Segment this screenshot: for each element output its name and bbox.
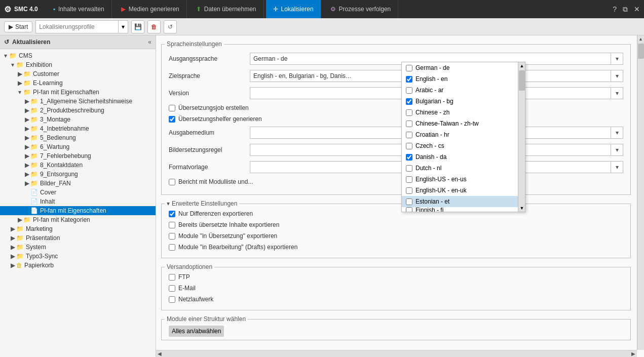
dropdown-item-czech[interactable]: Czech - cs: [402, 140, 518, 151]
tree-node-montage[interactable]: ▶ 📁 3_Montage: [0, 115, 156, 124]
tree-node-inhalt[interactable]: 📄 Inhalt: [0, 197, 156, 206]
dutch-checkbox[interactable]: [406, 165, 412, 172]
tree-node-bilder[interactable]: ▶ 📁 Bilder_FAN: [0, 179, 156, 188]
restore-icon[interactable]: ⧉: [623, 5, 628, 14]
chinese-tw-checkbox[interactable]: [406, 121, 412, 127]
help-icon[interactable]: ?: [613, 5, 617, 14]
tree-node-entsorgung[interactable]: ▶ 📁 9_Entsorgung: [0, 170, 156, 179]
montage-toggle[interactable]: ▶: [23, 116, 30, 123]
version-arrow[interactable]: ▾: [611, 87, 623, 99]
bedienung-toggle[interactable]: ▶: [23, 134, 30, 141]
fehlerbehebung-toggle[interactable]: ▶: [23, 152, 30, 160]
tab-daten[interactable]: ⬆ Daten übernehmen: [189, 0, 264, 18]
vertical-scrollbar[interactable]: ▲: [637, 35, 644, 350]
dropdown-item-english[interactable]: English - en: [402, 73, 518, 85]
dropdown-scroll-area[interactable]: German - de English - en Arabic - ar Bul…: [402, 62, 525, 212]
elearning-toggle[interactable]: ▶: [16, 80, 23, 87]
system-toggle[interactable]: ▶: [9, 244, 16, 251]
bericht-checkbox[interactable]: [169, 179, 175, 185]
english-uk-checkbox[interactable]: [406, 187, 412, 194]
tree-node-produkt[interactable]: ▶ 📁 2_Produktbeschreibung: [0, 106, 156, 115]
typo3-toggle[interactable]: ▶: [9, 253, 16, 260]
sidebar-collapse-icon[interactable]: «: [148, 38, 151, 46]
scroll-left-arrow[interactable]: ◀: [156, 350, 163, 358]
ausgabemedium-arrow[interactable]: ▾: [611, 127, 623, 139]
marketing-toggle[interactable]: ▶: [9, 225, 16, 232]
dropdown-item-finnish[interactable]: Finnish - fi: [402, 207, 518, 212]
dropdown-item-chinese-tw[interactable]: Chinese-Taiwan - zh-tw: [402, 118, 518, 129]
start-button[interactable]: ▶ Start: [4, 21, 32, 32]
dropdown-scrollbar[interactable]: ▲ ▼: [518, 62, 525, 212]
tree-node-inbetriebnahme[interactable]: ▶ 📁 4_Inbetriebnahme: [0, 124, 156, 133]
cms-toggle[interactable]: ▾: [2, 52, 9, 59]
bilder-toggle[interactable]: ▶: [23, 180, 30, 187]
close-icon[interactable]: ✕: [634, 5, 640, 14]
ausgangssprache-arrow[interactable]: ▾: [611, 53, 623, 65]
tree-node-bedienung[interactable]: ▶ 📁 5_Bedienung: [0, 133, 156, 142]
uebersetzungsjob-checkbox[interactable]: [169, 105, 175, 111]
entsorgung-toggle[interactable]: ▶: [23, 171, 30, 178]
tree-node-allgemein[interactable]: ▶ 📁 1_Allgemeine Sicherheitshinweise: [0, 97, 156, 106]
zielsprache-arrow[interactable]: ▾: [611, 70, 623, 82]
czech-checkbox[interactable]: [406, 143, 412, 149]
scroll-up-arrow[interactable]: ▲: [637, 35, 645, 43]
netzlaufwerk-checkbox[interactable]: [169, 296, 175, 303]
inbetriebnahme-toggle[interactable]: ▶: [23, 125, 30, 132]
formatvorlage-arrow[interactable]: ▾: [611, 161, 623, 173]
tree-node-papierkorb[interactable]: ▶ 🗑 Papierkorb: [0, 261, 156, 270]
chinese-checkbox[interactable]: [406, 109, 412, 116]
tab-lokalisieren[interactable]: ✛ Lokalisieren: [266, 0, 321, 18]
dropdown-scroll-down[interactable]: ▼: [518, 205, 525, 212]
bulgarian-checkbox[interactable]: [406, 98, 412, 105]
english-checkbox[interactable]: [406, 76, 412, 83]
customer-toggle[interactable]: ▶: [16, 70, 23, 77]
tab-medien[interactable]: ▶ Medien generieren: [114, 0, 187, 18]
tree-node-system[interactable]: ▶ 📁 System: [0, 243, 156, 252]
kontaktdaten-toggle[interactable]: ▶: [23, 162, 30, 169]
dropdown-item-estonian[interactable]: Estonian - et: [402, 196, 518, 207]
email-checkbox[interactable]: [169, 285, 175, 292]
tree-node-marketing[interactable]: ▶ 📁 Marketing: [0, 224, 156, 233]
uebersetzungshelfer-checkbox[interactable]: [169, 116, 175, 123]
tab-inhalte[interactable]: ▪ Inhalte verwalten: [46, 0, 112, 18]
module-uebersetzung-checkbox[interactable]: [169, 233, 175, 240]
dropdown-item-arabic[interactable]: Arabic - ar: [402, 85, 518, 96]
dropdown-item-chinese[interactable]: Chinese - zh: [402, 107, 518, 118]
tree-node-pifan-selected[interactable]: 📄 PI-fan mit Eigenschaften: [0, 206, 156, 215]
tab-prozesse[interactable]: ⚙ Prozesse verfolgen: [323, 0, 399, 18]
refresh-button[interactable]: ↺: [164, 20, 177, 33]
pifan-toggle[interactable]: ▾: [16, 89, 23, 96]
dropdown-item-bulgarian[interactable]: Bulgarian - bg: [402, 96, 518, 107]
english-us-checkbox[interactable]: [406, 176, 412, 183]
produkt-toggle[interactable]: ▶: [23, 107, 30, 114]
delete-button[interactable]: 🗑: [147, 20, 161, 33]
ftp-checkbox[interactable]: [169, 274, 175, 281]
nur-differenzen-checkbox[interactable]: [169, 211, 175, 217]
dropdown-item-english-us[interactable]: English-US - en-us: [402, 174, 518, 185]
tree-node-elearning[interactable]: ▶ 📁 E-Learning: [0, 78, 156, 88]
alles-button[interactable]: Alles an/abwählen: [169, 326, 224, 337]
tree-node-wartung[interactable]: ▶ 📁 6_Wartung: [0, 142, 156, 151]
save-button[interactable]: 💾: [131, 20, 144, 33]
tree-node-cms[interactable]: ▾ 📁 CMS: [0, 51, 156, 60]
estonian-checkbox[interactable]: [406, 199, 412, 205]
bereits-uebersetzt-checkbox[interactable]: [169, 222, 175, 228]
bildersetzungsregel-arrow[interactable]: ▾: [611, 144, 623, 156]
papierkorb-toggle[interactable]: ▶: [9, 262, 16, 269]
tree-node-kontaktdaten[interactable]: ▶ 📁 8_Kontaktdaten: [0, 161, 156, 170]
tree-node-pifan[interactable]: ▾ 📁 PI-fan mit Eigenschaften: [0, 88, 156, 97]
arabic-checkbox[interactable]: [406, 87, 412, 94]
scroll-thumb[interactable]: [638, 44, 644, 59]
tree-node-cover[interactable]: 📄 Cover: [0, 188, 156, 197]
tree-node-typo3[interactable]: ▶ 📁 Typo3-Sync: [0, 252, 156, 261]
profile-input[interactable]: [35, 20, 118, 33]
dropdown-item-danish[interactable]: Danish - da: [402, 151, 518, 163]
tree-node-praesentation[interactable]: ▶ 📁 Präsentation: [0, 233, 156, 243]
dropdown-item-german[interactable]: German - de: [402, 62, 518, 73]
scroll-right-arrow[interactable]: ▶: [630, 350, 637, 358]
dropdown-item-english-uk[interactable]: English-UK - en-uk: [402, 185, 518, 196]
dropdown-scroll-up[interactable]: ▲: [518, 62, 525, 69]
tree-node-fehlerbehebung[interactable]: ▶ 📁 7_Fehlerbehebung: [0, 151, 156, 161]
dropdown-item-dutch[interactable]: Dutch - nl: [402, 163, 518, 174]
pifan-kat-toggle[interactable]: ▶: [16, 216, 23, 223]
